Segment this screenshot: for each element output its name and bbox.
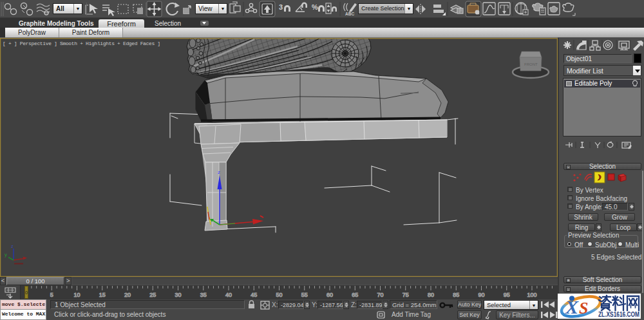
svg-text:40: 40 <box>225 292 232 298</box>
svg-text:FRONT: FRONT <box>524 62 538 66</box>
svg-text:100: 100 <box>527 292 536 298</box>
svg-text:X: X <box>565 296 579 317</box>
svg-text:70: 70 <box>377 292 383 298</box>
svg-text:10: 10 <box>73 292 80 298</box>
svg-text:35: 35 <box>200 292 207 298</box>
svg-text:25: 25 <box>149 292 156 298</box>
svg-text:z: z <box>11 243 14 249</box>
svg-text:15: 15 <box>99 292 106 298</box>
svg-text:ABC: ABC <box>345 12 354 16</box>
svg-text:3: 3 <box>279 3 283 11</box>
svg-text:%: % <box>312 3 318 11</box>
svg-text:y: y <box>5 252 7 258</box>
svg-text:45: 45 <box>251 292 257 298</box>
svg-text:z: z <box>218 169 220 175</box>
svg-text:85: 85 <box>453 292 459 298</box>
svg-text:50: 50 <box>276 292 282 298</box>
svg-text:60: 60 <box>327 292 333 298</box>
svg-text:90: 90 <box>478 292 484 298</box>
svg-text:S: S <box>579 299 588 317</box>
svg-text:30: 30 <box>175 292 181 298</box>
svg-text:5: 5 <box>50 292 53 298</box>
svg-text:65: 65 <box>352 292 358 298</box>
svg-text:[ + ] Perspective ] Smooth + H: [ + ] Perspective ] Smooth + Highlights … <box>3 41 160 46</box>
svg-text:20: 20 <box>124 292 131 298</box>
svg-text:80: 80 <box>428 292 434 298</box>
svg-text:55: 55 <box>301 292 308 298</box>
svg-text:95: 95 <box>504 292 510 298</box>
svg-text:ZL.XS1616.COM: ZL.XS1616.COM <box>598 311 639 318</box>
svg-text:75: 75 <box>402 292 409 298</box>
